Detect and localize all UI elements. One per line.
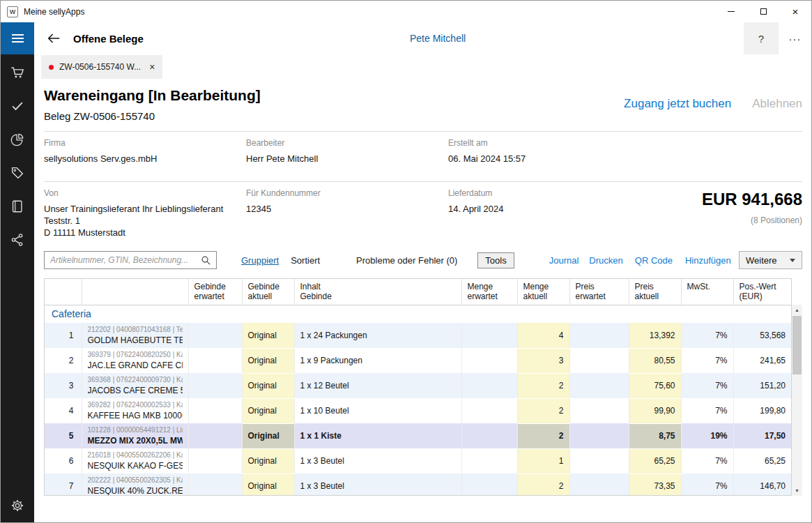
pos-wert-cell: 146,70 (733, 473, 791, 496)
sidebar-item-journal[interactable] (1, 190, 34, 223)
chevron-down-icon (790, 259, 795, 262)
table-row[interactable]: 5 101228 | 00000054491212 | Lim... MEZZO… (45, 423, 791, 448)
menge-aktuell-cell[interactable]: 2 (517, 473, 569, 496)
search-icon[interactable] (201, 255, 211, 266)
table-row[interactable]: 4 369282 | 07622400002533 | Kaff... KAFF… (45, 398, 791, 423)
article-name: NESQUIK KAKAO F-GESC... (88, 461, 183, 471)
weitere-dropdown-button[interactable]: Weitere (739, 251, 802, 269)
firma-field: Firma sellysolutions Serv.ges.mbH (44, 138, 246, 165)
preis-aktuell-cell[interactable]: 65,25 (629, 448, 681, 473)
article-name: KAFFEE HAG MKB 1000G (88, 411, 183, 421)
menge-aktuell-cell[interactable]: 3 (517, 348, 569, 373)
header-inhalt-gebinde[interactable]: Inhalt Gebinde (294, 279, 461, 305)
menge-aktuell-cell[interactable]: 2 (517, 373, 569, 398)
header-preis-aktuell[interactable]: Preis aktuell (629, 279, 681, 305)
gebinde-aktuell-cell[interactable]: Original (242, 448, 294, 473)
preis-aktuell-cell[interactable]: 99,90 (629, 398, 681, 423)
row-number: 1 (45, 323, 82, 348)
header-mwst[interactable]: MwSt. (681, 279, 733, 305)
sidebar-item-share[interactable] (1, 223, 34, 257)
preis-aktuell-cell[interactable]: 13,392 (629, 323, 681, 348)
zugang-buchen-link[interactable]: Zugang jetzt buchen (624, 97, 731, 111)
scroll-down-icon[interactable]: ▼ (792, 485, 802, 496)
pos-wert-cell: 53,568 (733, 323, 791, 348)
app-icon: W (7, 6, 18, 17)
menge-aktuell-cell[interactable]: 2 (517, 423, 569, 448)
menge-erwartet-cell (461, 448, 517, 473)
positions-table: Gebinde erwartet Gebinde aktuell Inhalt … (44, 278, 792, 496)
group-label[interactable]: Cafeteria (45, 305, 791, 323)
sidebar-item-prices[interactable] (1, 156, 34, 190)
gebinde-aktuell-cell[interactable]: Original (242, 323, 294, 348)
total-amount: EUR 941,668 (702, 190, 802, 209)
article-cell: 369368 | 07622400009730 | Kaff... JACOBS… (82, 373, 188, 398)
header-preis-erwartet[interactable]: Preis erwartet (569, 279, 629, 305)
sidebar-item-cart[interactable] (1, 56, 34, 89)
menge-erwartet-cell (461, 423, 517, 448)
header-menge-aktuell[interactable]: Menge aktuell (517, 279, 569, 305)
probleme-fehler-link[interactable]: Probleme oder Fehler (0) (356, 255, 457, 266)
table-row[interactable]: 2 369379 | 07622400820250 | Kaff... JAC.… (45, 348, 791, 373)
table-row[interactable]: 7 202222 | 04005500262305 | Kak... NESQU… (45, 473, 791, 496)
row-number: 4 (45, 398, 82, 423)
back-button[interactable] (43, 31, 64, 46)
more-options-button[interactable]: ··· (779, 22, 811, 54)
menge-aktuell-cell[interactable]: 1 (517, 448, 569, 473)
sidebar-item-tasks[interactable] (1, 89, 34, 123)
weitere-label: Weitere (746, 255, 777, 266)
table-row[interactable]: 6 216018 | 04005500262206 | Kak... NESQU… (45, 448, 791, 473)
tools-button[interactable]: Tools (477, 252, 514, 268)
ablehnen-link[interactable]: Ablehnen (752, 97, 802, 111)
gebinde-aktuell-cell[interactable]: Original (242, 373, 294, 398)
preis-aktuell-cell[interactable]: 8,75 (629, 423, 681, 448)
pos-wert-cell: 199,80 (733, 398, 791, 423)
hinzufuegen-link[interactable]: Hinzufügen (685, 255, 731, 266)
preis-aktuell-cell[interactable]: 80,55 (629, 348, 681, 373)
qr-code-link[interactable]: QR Code (635, 255, 673, 266)
gruppiert-link[interactable]: Gruppiert (241, 255, 279, 266)
scroll-thumb[interactable] (792, 316, 802, 374)
gebinde-aktuell-cell[interactable]: Original (242, 398, 294, 423)
help-button[interactable]: ? (744, 22, 779, 54)
maximize-button[interactable] (747, 1, 779, 22)
menge-aktuell-cell[interactable]: 2 (517, 398, 569, 423)
tab-close-icon[interactable]: × (149, 61, 155, 73)
group-row[interactable]: Cafeteria (45, 305, 791, 323)
table-row[interactable]: 1 212202 | 04008071043168 | Tee |... GOL… (45, 323, 791, 348)
hamburger-menu-button[interactable] (1, 22, 34, 54)
window-titlebar[interactable]: W Meine sellyApps × (1, 1, 811, 22)
mwst-cell: 7% (681, 373, 733, 398)
window-controls: × (715, 1, 811, 22)
beleg-number: Beleg ZW-0506-155740 (44, 110, 261, 122)
minimize-button[interactable] (715, 1, 747, 22)
search-input[interactable] (45, 255, 201, 265)
search-box[interactable] (44, 251, 217, 269)
scroll-track[interactable] (792, 375, 802, 485)
gebinde-aktuell-cell[interactable]: Original (242, 473, 294, 496)
sidebar-item-statistics[interactable] (1, 123, 34, 156)
journal-link[interactable]: Journal (549, 255, 579, 266)
header-menge-erwartet[interactable]: Menge erwartet (461, 279, 517, 305)
inhalt-gebinde-cell: 1 x 1 Kiste (294, 423, 461, 448)
header-gebinde-erwartet[interactable]: Gebinde erwartet (188, 279, 242, 305)
user-name-link[interactable]: Pete Mitchell (410, 33, 466, 44)
sidebar (1, 54, 34, 522)
header-gebinde-aktuell[interactable]: Gebinde aktuell (242, 279, 294, 305)
preis-erwartet-cell (569, 348, 629, 373)
sortiert-link[interactable]: Sortiert (291, 255, 320, 266)
gebinde-aktuell-cell[interactable]: Original (242, 348, 294, 373)
article-code: 212202 | 04008071043168 | Tee |... (88, 326, 183, 334)
tab-document[interactable]: ZW-0506-155740 W... × (41, 55, 162, 79)
table-row[interactable]: 3 369368 | 07622400009730 | Kaff... JACO… (45, 373, 791, 398)
vertical-scrollbar[interactable]: ▲ ▼ (792, 305, 802, 496)
gebinde-aktuell-cell[interactable]: Original (242, 423, 294, 448)
preis-aktuell-cell[interactable]: 73,35 (629, 473, 681, 496)
scroll-up-icon[interactable]: ▲ (792, 305, 802, 315)
drucken-link[interactable]: Drucken (589, 255, 622, 266)
close-button[interactable]: × (779, 1, 811, 22)
menge-aktuell-cell[interactable]: 4 (517, 323, 569, 348)
shopping-cart-icon (10, 65, 26, 81)
preis-aktuell-cell[interactable]: 75,60 (629, 373, 681, 398)
sidebar-item-settings[interactable] (1, 489, 34, 522)
header-pos-wert[interactable]: Pos.-Wert (EUR) (733, 279, 791, 305)
